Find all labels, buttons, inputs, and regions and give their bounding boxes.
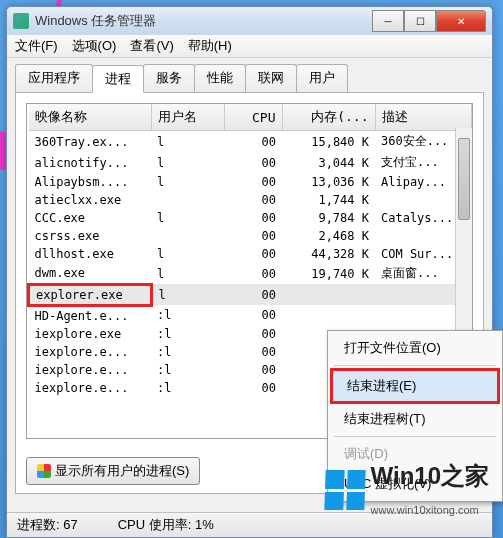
cell-user: :l	[151, 305, 224, 325]
col-memory[interactable]: 内存(...	[282, 104, 375, 131]
cell-user: :l	[151, 361, 224, 379]
cell-cpu: 00	[224, 173, 282, 191]
cell-cpu: 00	[224, 227, 282, 245]
cell-img: atieclxx.exe	[29, 191, 152, 209]
scrollbar-thumb[interactable]	[458, 138, 470, 220]
shield-icon	[37, 464, 51, 478]
cell-img: dllhost.exe	[29, 245, 152, 263]
table-row[interactable]: alicnotify...l003,044 K支付宝...	[29, 152, 472, 173]
cell-mem: 1,744 K	[282, 191, 375, 209]
cell-cpu: 00	[224, 284, 282, 305]
cell-mem: 15,840 K	[282, 131, 375, 153]
table-row[interactable]: dwm.exel0019,740 K桌面窗...	[29, 263, 472, 284]
cell-img: iexplore.e...	[29, 361, 152, 379]
tab-performance[interactable]: 性能	[194, 64, 246, 92]
cell-cpu: 00	[224, 209, 282, 227]
cell-cpu: 00	[224, 245, 282, 263]
tab-networking[interactable]: 联网	[245, 64, 297, 92]
watermark-url: www.win10xitong.com	[371, 504, 479, 516]
table-row[interactable]: HD-Agent.e...:l00	[29, 305, 472, 325]
cell-img: iexplore.e...	[29, 379, 152, 397]
cell-user: l	[151, 245, 224, 263]
status-process-count: 进程数: 67	[17, 516, 78, 534]
cell-mem: 13,036 K	[282, 173, 375, 191]
menu-view[interactable]: 查看(V)	[130, 37, 173, 55]
cell-mem: 9,784 K	[282, 209, 375, 227]
windows-logo-icon	[324, 470, 365, 510]
table-row[interactable]: CCC.exel009,784 KCatalys...	[29, 209, 472, 227]
table-header-row: 映像名称 用户名 CPU 内存(... 描述	[29, 104, 472, 131]
cell-img: csrss.exe	[29, 227, 152, 245]
col-image-name[interactable]: 映像名称	[29, 104, 152, 131]
cell-user: :l	[151, 325, 224, 343]
cell-cpu: 00	[224, 305, 282, 325]
cell-cpu: 00	[224, 263, 282, 284]
show-all-users-button[interactable]: 显示所有用户的进程(S)	[26, 457, 200, 485]
table-row[interactable]: Alipaybsm....l0013,036 KAlipay...	[29, 173, 472, 191]
close-button[interactable]: ✕	[436, 10, 486, 32]
cell-img: alicnotify...	[29, 152, 152, 173]
cell-img: iexplore.e...	[29, 343, 152, 361]
app-icon	[13, 13, 29, 29]
cell-mem: 2,468 K	[282, 227, 375, 245]
col-user[interactable]: 用户名	[151, 104, 224, 131]
status-cpu-usage: CPU 使用率: 1%	[118, 516, 214, 534]
menu-file[interactable]: 文件(F)	[15, 37, 58, 55]
cell-user: l	[151, 152, 224, 173]
cell-img: 360Tray.ex...	[29, 131, 152, 153]
table-row[interactable]: csrss.exe002,468 K	[29, 227, 472, 245]
cell-cpu: 00	[224, 325, 282, 343]
cell-cpu: 00	[224, 191, 282, 209]
cell-img: CCC.exe	[29, 209, 152, 227]
cell-cpu: 00	[224, 379, 282, 397]
show-all-label: 显示所有用户的进程(S)	[55, 462, 189, 480]
cell-user: :l	[151, 379, 224, 397]
table-row[interactable]: explorer.exel00	[29, 284, 472, 305]
ctx-end-process[interactable]: 结束进程(E)	[330, 368, 500, 404]
cell-img: dwm.exe	[29, 263, 152, 284]
cell-user: l	[151, 131, 224, 153]
cell-img: Alipaybsm....	[29, 173, 152, 191]
tab-services[interactable]: 服务	[143, 64, 195, 92]
table-row[interactable]: atieclxx.exe001,744 K	[29, 191, 472, 209]
cell-user: l	[151, 284, 224, 305]
cell-user: l	[151, 209, 224, 227]
watermark: Win10之家 www.win10xitong.com	[325, 460, 489, 520]
col-description[interactable]: 描述	[375, 104, 472, 131]
tab-processes[interactable]: 进程	[92, 65, 144, 93]
menubar: 文件(F) 选项(O) 查看(V) 帮助(H)	[7, 35, 492, 58]
cell-mem: 3,044 K	[282, 152, 375, 173]
cell-user: l	[151, 173, 224, 191]
cell-img: explorer.exe	[29, 284, 152, 305]
titlebar[interactable]: Windows 任务管理器 ─ ☐ ✕	[7, 7, 492, 35]
cell-mem	[282, 305, 375, 325]
table-row[interactable]: dllhost.exel0044,328 KCOM Sur...	[29, 245, 472, 263]
cell-user	[151, 227, 224, 245]
ctx-separator	[334, 436, 496, 437]
cell-cpu: 00	[224, 131, 282, 153]
ctx-end-tree[interactable]: 结束进程树(T)	[330, 404, 500, 434]
minimize-button[interactable]: ─	[372, 10, 404, 32]
cell-user: l	[151, 263, 224, 284]
menu-options[interactable]: 选项(O)	[72, 37, 117, 55]
cell-mem: 44,328 K	[282, 245, 375, 263]
window-controls: ─ ☐ ✕	[372, 10, 486, 32]
cell-cpu: 00	[224, 361, 282, 379]
tab-users[interactable]: 用户	[296, 64, 348, 92]
window-title: Windows 任务管理器	[35, 12, 372, 30]
col-cpu[interactable]: CPU	[224, 104, 282, 131]
cell-user	[151, 191, 224, 209]
cell-mem	[282, 284, 375, 305]
tab-bar: 应用程序 进程 服务 性能 联网 用户	[7, 58, 492, 92]
menu-help[interactable]: 帮助(H)	[188, 37, 232, 55]
cell-cpu: 00	[224, 343, 282, 361]
cell-user: :l	[151, 343, 224, 361]
cell-cpu: 00	[224, 152, 282, 173]
ctx-open-location[interactable]: 打开文件位置(O)	[330, 333, 500, 363]
maximize-button[interactable]: ☐	[404, 10, 436, 32]
cell-img: HD-Agent.e...	[29, 305, 152, 325]
table-row[interactable]: 360Tray.ex...l0015,840 K360安全...	[29, 131, 472, 153]
tab-applications[interactable]: 应用程序	[15, 64, 93, 92]
cell-mem: 19,740 K	[282, 263, 375, 284]
watermark-suffix: 之家	[441, 462, 489, 489]
